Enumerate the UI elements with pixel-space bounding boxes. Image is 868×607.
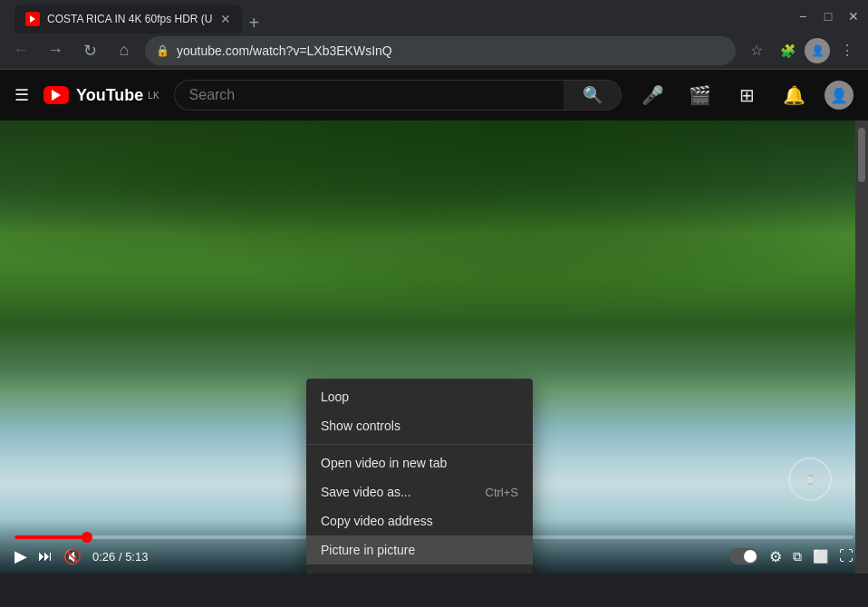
context-menu-divider-1 xyxy=(306,444,533,445)
notifications-button[interactable]: 🔔 xyxy=(777,79,810,111)
context-menu-item-loop[interactable]: Loop xyxy=(306,382,533,411)
search-input[interactable] xyxy=(174,80,564,111)
tab-close-button[interactable]: ✕ xyxy=(220,12,231,26)
context-menu-save-video-shortcut: Ctrl+S xyxy=(486,486,518,499)
youtube-logo[interactable]: YouTube LK xyxy=(43,86,159,105)
context-menu-item-open-video[interactable]: Open video in new tab xyxy=(306,448,533,477)
minimize-button[interactable]: − xyxy=(796,9,810,24)
next-button[interactable]: ⏭ xyxy=(38,548,53,564)
back-button[interactable]: ← xyxy=(7,37,34,64)
tab-title: COSTA RICA IN 4K 60fps HDR (U xyxy=(47,13,213,25)
youtube-country-code: LK xyxy=(148,91,159,101)
bookmark-button[interactable]: ☆ xyxy=(743,37,770,64)
play-button[interactable]: ▶ xyxy=(14,546,27,566)
video-watermark: ⌚ xyxy=(788,458,832,501)
create-button[interactable]: 🎬 xyxy=(683,79,716,111)
youtube-wordmark: YouTube xyxy=(76,86,143,105)
context-menu-item-copy-address[interactable]: Copy video address xyxy=(306,506,533,535)
context-menu-pip-label: Picture in picture xyxy=(321,543,415,557)
context-menu-item-save-video[interactable]: Save video as... Ctrl+S xyxy=(306,477,533,506)
forward-button[interactable]: → xyxy=(42,37,69,64)
autoplay-toggle[interactable] xyxy=(729,548,758,564)
context-menu-item-cast[interactable]: Cast... xyxy=(306,564,533,573)
hamburger-menu-button[interactable]: ☰ xyxy=(14,85,29,105)
browser-toolbar: ← → ↻ ⌂ 🔒 youtube.com/watch?v=LXb3EKWsIn… xyxy=(0,32,868,70)
youtube-header: ☰ YouTube LK 🔍 🎤 🎬 ⊞ 🔔 👤 xyxy=(0,70,868,120)
title-bar: COSTA RICA IN 4K 60fps HDR (U ✕ + − □ ✕ xyxy=(0,0,868,32)
search-box: 🔍 xyxy=(174,80,622,111)
profile-avatar[interactable]: 👤 xyxy=(805,38,830,63)
context-menu-item-show-controls[interactable]: Show controls xyxy=(306,411,533,440)
microphone-button[interactable]: 🎤 xyxy=(636,79,669,111)
mute-button[interactable]: 🔇 xyxy=(63,548,82,565)
context-menu-save-video-label: Save video as... xyxy=(321,485,411,499)
reload-button[interactable]: ↻ xyxy=(76,37,103,64)
user-avatar[interactable]: 👤 xyxy=(825,81,854,110)
address-text: youtube.com/watch?v=LXb3EKWsInQ xyxy=(177,43,725,58)
scrollbar-thumb[interactable] xyxy=(858,128,865,182)
youtube-logo-icon xyxy=(43,86,69,104)
context-menu-show-controls-label: Show controls xyxy=(321,419,400,433)
context-menu-cast-label: Cast... xyxy=(321,572,357,573)
context-menu-loop-label: Loop xyxy=(321,390,349,404)
apps-button[interactable]: ⊞ xyxy=(730,79,763,111)
fullscreen-button[interactable]: ⛶ xyxy=(839,548,854,564)
tab-favicon xyxy=(25,12,40,26)
address-bar[interactable]: 🔒 youtube.com/watch?v=LXb3EKWsInQ xyxy=(145,36,736,65)
new-tab-button[interactable]: + xyxy=(244,13,265,34)
theater-button[interactable]: ⬜ xyxy=(813,549,828,564)
maximize-button[interactable]: □ xyxy=(821,9,835,24)
window-controls: − □ ✕ xyxy=(796,9,861,24)
extensions-button[interactable]: 🧩 xyxy=(774,37,801,64)
browser-menu-button[interactable]: ⋮ xyxy=(834,37,861,64)
youtube-header-right: 🎤 🎬 ⊞ 🔔 👤 xyxy=(636,79,854,111)
tab-bar: COSTA RICA IN 4K 60fps HDR (U ✕ + xyxy=(7,0,788,34)
progress-fill xyxy=(14,535,87,539)
context-menu-item-pip[interactable]: Picture in picture xyxy=(306,535,533,564)
scrollbar[interactable] xyxy=(855,120,868,573)
context-menu-open-video-label: Open video in new tab xyxy=(321,456,447,470)
context-menu: Loop Show controls Open video in new tab… xyxy=(306,379,533,573)
home-button[interactable]: ⌂ xyxy=(111,37,138,64)
right-controls: ⚙ ⧉ ⬜ ⛶ xyxy=(729,548,854,565)
close-button[interactable]: ✕ xyxy=(846,9,861,24)
lock-icon: 🔒 xyxy=(156,44,169,57)
video-container[interactable]: ⌚ Loop Show controls Open video in new t… xyxy=(0,120,868,573)
search-button[interactable]: 🔍 xyxy=(564,80,622,111)
toolbar-actions: ☆ 🧩 👤 ⋮ xyxy=(743,37,861,64)
settings-button[interactable]: ⚙ xyxy=(769,548,782,565)
progress-dot xyxy=(82,532,92,543)
time-display: 0:26 / 5:13 xyxy=(92,550,148,564)
miniplayer-button[interactable]: ⧉ xyxy=(793,549,802,564)
active-tab[interactable]: COSTA RICA IN 4K 60fps HDR (U ✕ xyxy=(14,5,242,34)
context-menu-copy-address-label: Copy video address xyxy=(321,514,433,528)
